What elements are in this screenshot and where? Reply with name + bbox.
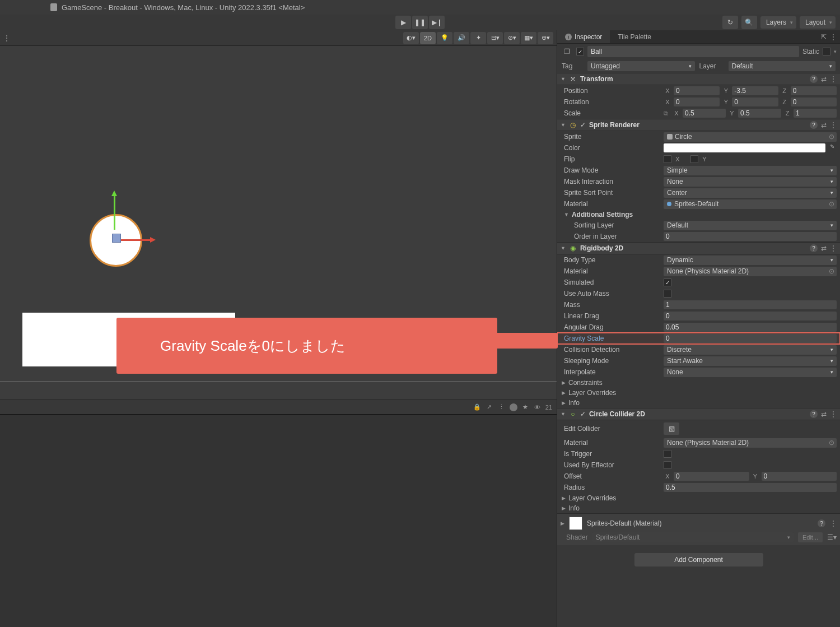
reset-icon[interactable]: ⇄ [821,121,827,129]
expand-icon[interactable]: ↗ [485,403,494,412]
chevron-down-icon[interactable]: ▾ [834,49,837,54]
kebab-icon[interactable]: ⋮ [830,121,837,129]
step-button[interactable]: ▶❙ [429,16,445,29]
reset-icon[interactable]: ⇄ [821,410,827,418]
kebab-icon[interactable]: ⋮ [3,34,10,42]
help-icon[interactable]: ? [810,121,818,129]
circle-collider-header[interactable]: ▼ ○ ✓ Circle Collider 2D ? ⇄ ⋮ [557,408,840,420]
rb-info-foldout[interactable]: ▶Info [557,398,840,408]
help-icon[interactable]: ? [818,519,825,527]
kebab-icon[interactable]: ⋮ [830,75,837,83]
simulated-checkbox[interactable]: ✓ [664,278,671,286]
help-icon[interactable]: ? [810,75,818,83]
kebab-icon[interactable]: ⋮ [830,244,837,252]
layers-icon[interactable]: ⊕▾ [538,32,553,44]
static-checkbox[interactable] [823,48,830,55]
scale-z[interactable] [794,109,837,118]
offset-y[interactable] [762,472,837,481]
sr-material-field[interactable]: Sprites-Default [664,199,837,209]
rb-layer-overrides-foldout[interactable]: ▶Layer Overrides [557,388,840,398]
kebab-icon[interactable]: ⋮ [497,403,506,412]
color-field[interactable] [664,143,825,152]
layer-dropdown[interactable]: Default [729,61,836,71]
scale-x[interactable] [683,109,726,118]
rotation-x[interactable] [674,97,720,106]
shader-dropdown[interactable]: Sprites/Default [592,532,794,542]
additional-settings-foldout[interactable]: ▼Additional Settings [557,210,840,220]
linear-drag-field[interactable] [664,312,837,321]
offset-x[interactable] [674,472,749,481]
layers-dropdown[interactable]: Layers [760,16,796,29]
cc-layer-overrides-foldout[interactable]: ▶Layer Overrides [557,493,840,503]
foldout-icon[interactable]: ▼ [561,245,566,251]
sprite-field[interactable]: Circle [664,132,837,142]
mask-interaction-dropdown[interactable]: None [664,177,837,187]
help-icon[interactable]: ? [810,410,818,418]
auto-mass-checkbox[interactable] [664,290,671,298]
sleeping-mode-dropdown[interactable]: Start Awake [664,356,837,366]
edit-shader-button[interactable]: Edit... [798,532,823,542]
order-in-layer-field[interactable] [664,232,837,241]
grid-icon[interactable]: ▦▾ [521,32,536,44]
constrain-icon[interactable]: ⧉ [664,110,668,117]
kebab-icon[interactable]: ⋮ [830,410,837,418]
reset-icon[interactable]: ⇄ [821,244,827,252]
gravity-scale-field[interactable] [664,334,837,343]
pause-button[interactable]: ❚❚ [412,16,428,29]
mass-field[interactable] [664,300,837,309]
layout-dropdown[interactable]: Layout [800,16,836,29]
y-axis-handle[interactable] [114,194,115,230]
tag-dropdown[interactable]: Untagged [587,61,695,71]
kebab-icon[interactable]: ⋮ [830,519,837,527]
tab-inspector[interactable]: i Inspector [557,30,610,43]
play-button[interactable]: ▶ [395,16,411,29]
edit-collider-button[interactable]: ▧ [664,422,679,435]
fx-icon[interactable]: ✦ [470,32,486,44]
star-icon[interactable]: ★ [521,403,530,412]
add-component-button[interactable]: Add Component [634,553,763,566]
history-icon[interactable]: ↻ [722,16,738,29]
rotation-y[interactable] [732,97,778,106]
cc-material-field[interactable]: None (Physics Material 2D) [664,438,837,448]
transform-header[interactable]: ▼ ⤧ Transform ? ⇄ ⋮ [557,73,840,85]
circle-icon[interactable] [510,403,517,411]
position-z[interactable] [791,86,837,95]
help-icon[interactable]: ? [810,244,818,252]
search-icon[interactable]: 🔍 [741,16,757,29]
active-checkbox[interactable]: ✓ [576,48,584,55]
position-y[interactable] [732,86,778,95]
sorting-layer-dropdown[interactable]: Default [664,221,837,230]
flip-x-checkbox[interactable] [664,155,671,163]
foldout-icon[interactable]: ▼ [561,122,566,128]
enable-checkbox[interactable]: ✓ [580,121,586,129]
constraints-foldout[interactable]: ▶Constraints [557,378,840,388]
lock-icon[interactable]: 🔒 [473,403,482,412]
move-handle[interactable] [112,234,121,243]
scale-y[interactable] [738,109,781,118]
x-axis-handle[interactable] [116,239,152,241]
reset-icon[interactable]: ⇄ [821,75,827,83]
position-x[interactable] [674,86,720,95]
used-by-effector-checkbox[interactable] [664,461,671,469]
kebab-icon[interactable]: ⋮ [830,33,837,41]
foldout-icon[interactable]: ▼ [561,76,566,82]
gizmos-icon[interactable]: ⊘▾ [504,32,520,44]
lighting-icon[interactable]: 💡 [437,32,452,44]
audio-icon[interactable]: 🔊 [454,32,469,44]
foldout-icon[interactable]: ▼ [561,411,566,417]
list-icon[interactable]: ☰▾ [827,533,837,541]
camera-icon[interactable]: ⊟▾ [487,32,503,44]
rigidbody-header[interactable]: ▼ ◉ Rigidbody 2D ? ⇄ ⋮ [557,242,840,254]
rb-material-field[interactable]: None (Physics Material 2D) [664,267,837,276]
mode-2d-toggle[interactable]: 2D [420,32,436,44]
radius-field[interactable] [664,483,837,492]
sprite-renderer-header[interactable]: ▼ ◷ ✓ Sprite Renderer ? ⇄ ⋮ [557,119,840,131]
interpolate-dropdown[interactable]: None [664,368,837,377]
object-name-field[interactable] [587,46,799,57]
is-trigger-checkbox[interactable] [664,450,671,458]
popout-icon[interactable]: ⇱ [821,33,827,41]
angular-drag-field[interactable] [664,323,837,332]
foldout-icon[interactable]: ▶ [561,521,564,526]
draw-mode-dropdown[interactable]: Simple [664,166,837,175]
rotation-z[interactable] [791,97,837,106]
